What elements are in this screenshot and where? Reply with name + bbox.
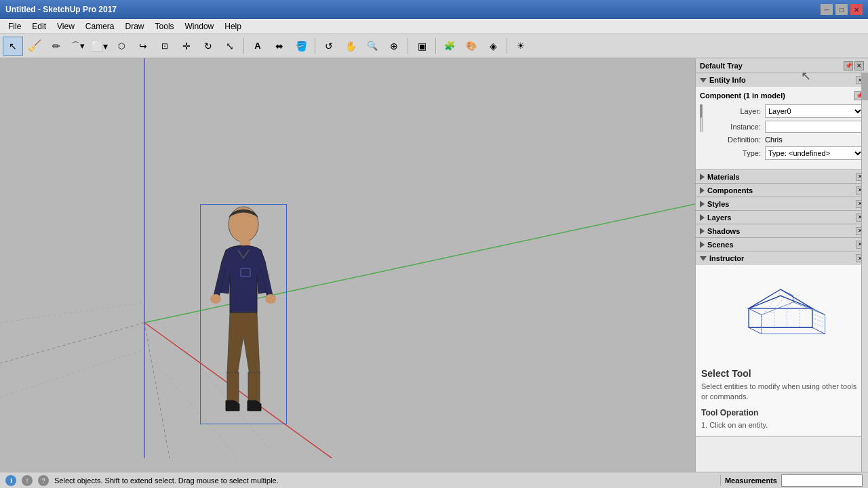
components-expand-icon bbox=[700, 187, 705, 194]
orbit-tool-button[interactable]: ↺ bbox=[319, 37, 339, 56]
scrollbar-thumb[interactable] bbox=[862, 73, 868, 100]
erase-tool-button[interactable]: 🧹 bbox=[24, 37, 45, 56]
paint-tool-button[interactable]: 🪣 bbox=[291, 37, 311, 56]
instructor-header[interactable]: Instructor ✕ bbox=[696, 251, 868, 265]
svg-line-29 bbox=[812, 323, 823, 327]
instructor-content: ↖ Select Tool Select entities to modify … bbox=[696, 265, 868, 436]
svg-line-4 bbox=[144, 323, 170, 458]
menu-window[interactable]: Window bbox=[180, 20, 220, 33]
menu-tools[interactable]: Tools bbox=[150, 20, 180, 33]
shadows-expand-icon bbox=[700, 228, 705, 235]
rotate-tool-button[interactable]: ↻ bbox=[198, 37, 218, 56]
canvas-area[interactable] bbox=[0, 58, 695, 472]
menu-view[interactable]: View bbox=[52, 20, 80, 33]
help-icon[interactable]: ? bbox=[38, 475, 49, 486]
entity-component-title: Component (1 in model) 📌 bbox=[700, 91, 864, 100]
tray-close-button[interactable]: ✕ bbox=[854, 61, 864, 70]
menu-camera[interactable]: Camera bbox=[80, 20, 120, 33]
scale-tool-button[interactable]: ⤡ bbox=[220, 37, 240, 56]
instructor-expand-icon bbox=[700, 256, 707, 261]
close-button[interactable]: ✕ bbox=[850, 4, 863, 15]
toolbar-separator-2 bbox=[315, 38, 315, 54]
followme-tool-button[interactable]: ↪ bbox=[133, 37, 153, 56]
svg-line-26 bbox=[812, 308, 825, 314]
pencil-tool-button[interactable]: ✏ bbox=[46, 37, 66, 56]
panel-scrollbar[interactable] bbox=[861, 73, 868, 472]
measurements-area: Measurements bbox=[720, 474, 863, 487]
house-illustration bbox=[730, 276, 831, 354]
materials-button[interactable]: 🎨 bbox=[461, 37, 481, 56]
svg-line-6 bbox=[0, 350, 144, 397]
minimize-button[interactable]: ─ bbox=[821, 4, 833, 15]
pushpull-tool-button[interactable]: ⬡ bbox=[111, 37, 132, 56]
shadows-section[interactable]: Shadows ✕ bbox=[696, 224, 868, 238]
tray-header: Default Tray 📌 ✕ bbox=[696, 58, 868, 73]
dimension-tool-button[interactable]: ⬌ bbox=[269, 37, 290, 56]
entity-thumbnail bbox=[700, 104, 703, 131]
title-text: Untitled - SketchUp Pro 2017 bbox=[5, 5, 117, 14]
menu-draw[interactable]: Draw bbox=[120, 20, 150, 33]
styles-left: Styles bbox=[700, 200, 729, 208]
instructor-header-left: Instructor bbox=[700, 254, 744, 262]
scenes-expand-icon bbox=[700, 241, 705, 248]
titlebar: Untitled - SketchUp Pro 2017 ─ □ ✕ bbox=[0, 0, 868, 19]
components-section[interactable]: Components ✕ bbox=[696, 184, 868, 197]
shapes-tool-button[interactable]: ⬜▾ bbox=[90, 37, 110, 56]
components-left: Components bbox=[700, 186, 753, 195]
zoom-extents-button[interactable]: ⊕ bbox=[384, 37, 404, 56]
components-label: Components bbox=[707, 186, 753, 195]
tray-header-icons: 📌 ✕ bbox=[844, 61, 864, 70]
instance-field-row: Instance: bbox=[713, 121, 864, 133]
scenes-label: Scenes bbox=[707, 241, 734, 249]
measurements-input[interactable] bbox=[781, 474, 863, 487]
layer-field-row: Layer: Layer0 bbox=[713, 104, 864, 118]
offset-tool-button[interactable]: ⊡ bbox=[155, 37, 175, 56]
layers-left: Layers bbox=[700, 214, 731, 222]
svg-rect-13 bbox=[227, 372, 239, 403]
maximize-button[interactable]: □ bbox=[835, 4, 848, 15]
tray-title: Default Tray bbox=[700, 62, 743, 70]
move-tool-button[interactable]: ✛ bbox=[176, 37, 197, 56]
measurements-label: Measurements bbox=[725, 476, 777, 485]
svg-line-31 bbox=[770, 291, 789, 313]
svg-line-23 bbox=[812, 327, 825, 333]
section-plane-button[interactable]: ▣ bbox=[412, 37, 432, 56]
pan-tool-button[interactable]: ✋ bbox=[340, 37, 361, 56]
entity-info-header[interactable]: Entity Info ✕ bbox=[696, 73, 868, 87]
window-controls: ─ □ ✕ bbox=[821, 4, 863, 15]
svg-point-12 bbox=[265, 294, 276, 304]
scenes-section[interactable]: Scenes ✕ bbox=[696, 238, 868, 251]
entity-info-expand-icon bbox=[700, 78, 707, 83]
styles-section[interactable]: Styles ✕ bbox=[696, 197, 868, 211]
menu-help[interactable]: Help bbox=[219, 20, 247, 33]
entity-fields: Layer: Layer0 Instance: Definition: Chri… bbox=[713, 104, 864, 163]
toolbar: ↖ 🧹 ✏ ⌒▾ ⬜▾ ⬡ ↪ ⊡ ✛ ↻ ⤡ A ⬌ 🪣 ↺ ✋ 🔍 ⊕ ▣ … bbox=[0, 34, 868, 58]
tray-pin-button[interactable]: 📌 bbox=[844, 61, 853, 70]
materials-label: Materials bbox=[707, 173, 740, 181]
info-icon[interactable]: ℹ bbox=[5, 475, 16, 486]
zoom-tool-button[interactable]: 🔍 bbox=[362, 37, 382, 56]
type-select[interactable]: Type: <undefined> bbox=[765, 146, 864, 160]
svg-marker-17 bbox=[749, 296, 812, 327]
components-button[interactable]: 🧩 bbox=[439, 37, 460, 56]
instructor-image bbox=[730, 276, 835, 357]
menu-edit[interactable]: Edit bbox=[26, 20, 52, 33]
layer-select[interactable]: Layer0 bbox=[765, 104, 864, 118]
arc-tool-button[interactable]: ⌒▾ bbox=[68, 37, 88, 56]
entity-info-header-left: Entity Info bbox=[700, 76, 746, 84]
shadows-button[interactable]: ☀ bbox=[511, 37, 531, 56]
definition-value: Chris bbox=[765, 136, 864, 144]
svg-point-11 bbox=[210, 294, 221, 304]
select-tool-button[interactable]: ↖ bbox=[3, 37, 23, 56]
styles-button[interactable]: ◈ bbox=[483, 37, 503, 56]
layers-expand-icon bbox=[700, 214, 705, 221]
layers-section[interactable]: Layers ✕ bbox=[696, 211, 868, 224]
materials-section[interactable]: Materials ✕ bbox=[696, 170, 868, 184]
shadows-label: Shadows bbox=[707, 227, 740, 235]
instance-input[interactable] bbox=[765, 121, 864, 133]
warning-icon[interactable]: ! bbox=[22, 475, 33, 486]
menu-file[interactable]: File bbox=[3, 20, 26, 33]
layers-label: Layers bbox=[707, 214, 731, 222]
svg-rect-14 bbox=[248, 372, 260, 403]
text-tool-button[interactable]: A bbox=[248, 37, 268, 56]
